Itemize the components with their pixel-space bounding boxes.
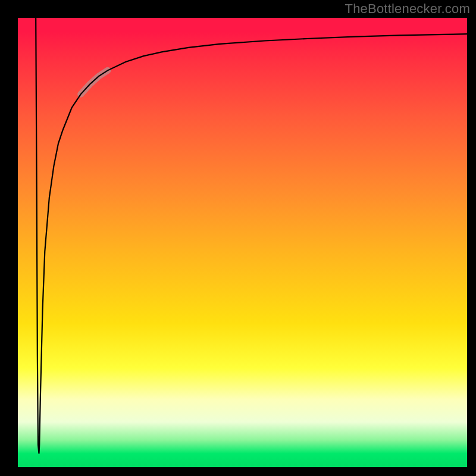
curve-layer [18, 18, 467, 467]
plot-area [18, 18, 467, 467]
attribution-text: TheBottlenecker.com [345, 1, 470, 17]
bottleneck-curve [36, 18, 467, 453]
chart-frame: TheBottlenecker.com [0, 0, 476, 476]
